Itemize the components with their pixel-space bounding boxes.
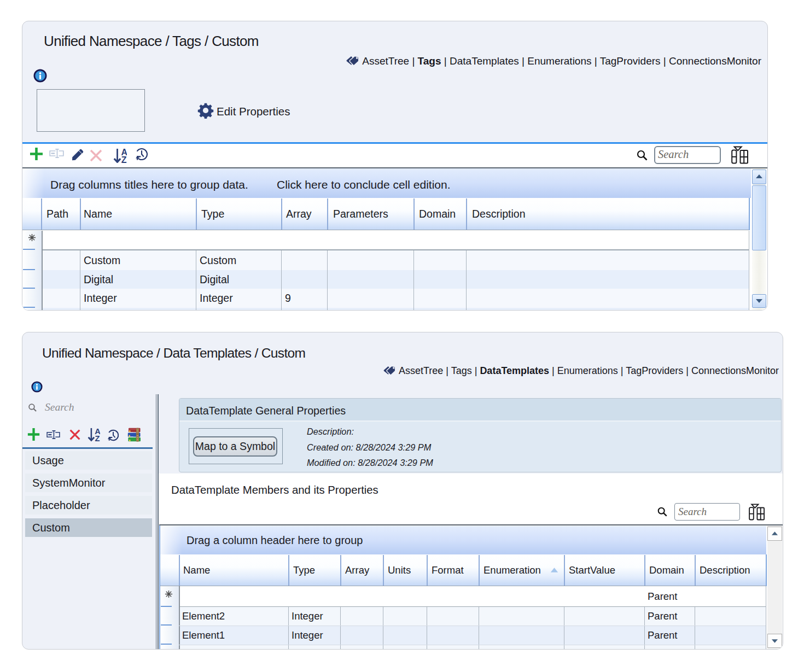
svg-text:Z: Z (95, 434, 100, 442)
svg-text:Z: Z (121, 155, 127, 163)
